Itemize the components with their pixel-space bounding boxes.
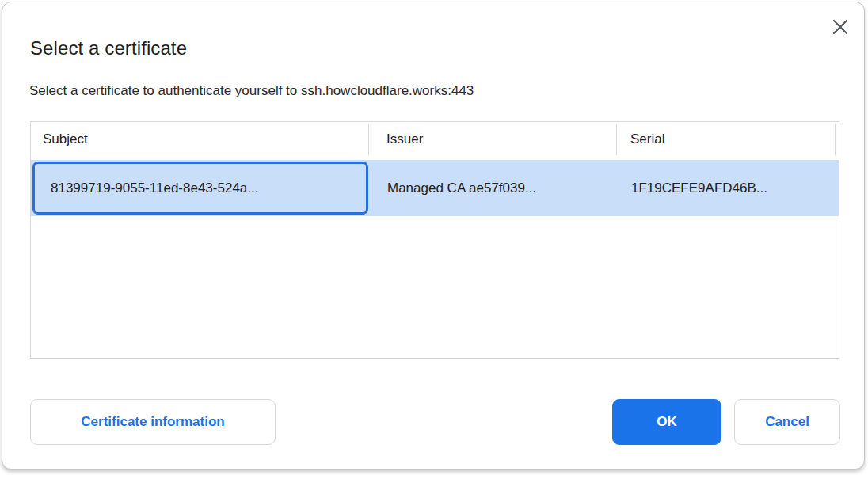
certificate-information-button[interactable]: Certificate information xyxy=(30,399,276,445)
close-x-glyph xyxy=(832,18,849,36)
certificate-subject: 81399719-9055-11ed-8e43-524a... xyxy=(51,181,258,196)
issuer-cell: Managed CA ae57f039... xyxy=(387,160,536,216)
cancel-button[interactable]: Cancel xyxy=(734,399,840,445)
page-title: Select a certificate xyxy=(30,37,187,59)
serial-cell: 1F19CEFE9AFD46B... xyxy=(631,160,767,216)
column-divider xyxy=(616,124,617,155)
column-header-issuer: Issuer xyxy=(386,131,423,147)
column-divider xyxy=(368,124,369,155)
dialog-subtitle: Select a certificate to authenticate you… xyxy=(29,83,474,99)
table-header-row: Subject Issuer Serial xyxy=(31,122,839,158)
column-header-serial: Serial xyxy=(630,131,664,147)
ok-button[interactable]: OK xyxy=(612,399,721,445)
column-divider xyxy=(835,124,836,155)
certificate-row-selected[interactable]: 81399719-9055-11ed-8e43-524a... Managed … xyxy=(31,160,839,216)
certificate-issuer: Managed CA ae57f039... xyxy=(387,181,536,196)
certificate-serial: 1F19CEFE9AFD46B... xyxy=(631,181,767,196)
close-icon[interactable] xyxy=(828,14,853,40)
subject-cell-focused[interactable]: 81399719-9055-11ed-8e43-524a... xyxy=(32,162,368,215)
certificate-table: Subject Issuer Serial 81399719-9055-11ed… xyxy=(30,121,839,359)
certificate-select-dialog: Select a certificate Select a certificat… xyxy=(2,2,865,470)
column-header-subject: Subject xyxy=(43,131,88,147)
